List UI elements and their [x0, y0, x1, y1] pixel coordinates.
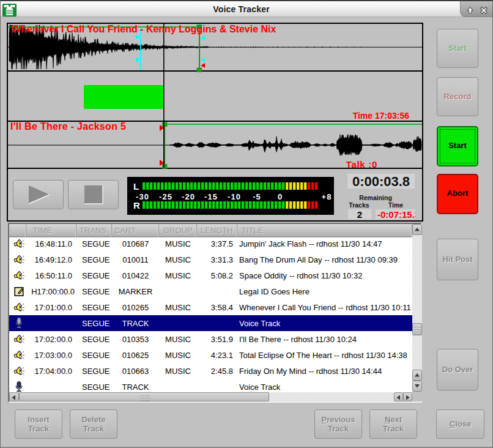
svg-text:R: R: [133, 200, 140, 211]
svg-text:L: L: [133, 181, 139, 192]
